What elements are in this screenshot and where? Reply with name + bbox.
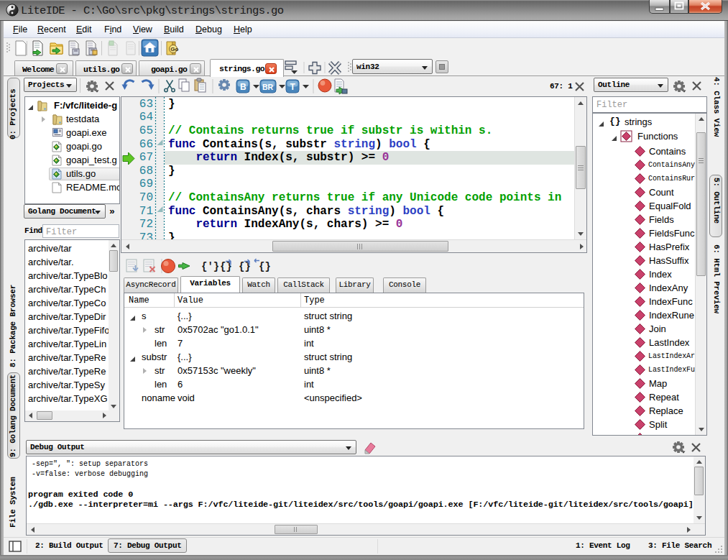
svg-text:{}: {}: [220, 261, 232, 272]
svg-text:{}: {}: [259, 261, 271, 272]
svg-text:BR: BR: [262, 83, 274, 91]
svg-text:{'}: {'}: [201, 261, 219, 272]
svg-text:{}: {}: [239, 261, 251, 272]
svg-text:Go: Go: [170, 46, 178, 52]
svg-text:B: B: [240, 82, 246, 92]
svg-text:T: T: [290, 82, 296, 92]
